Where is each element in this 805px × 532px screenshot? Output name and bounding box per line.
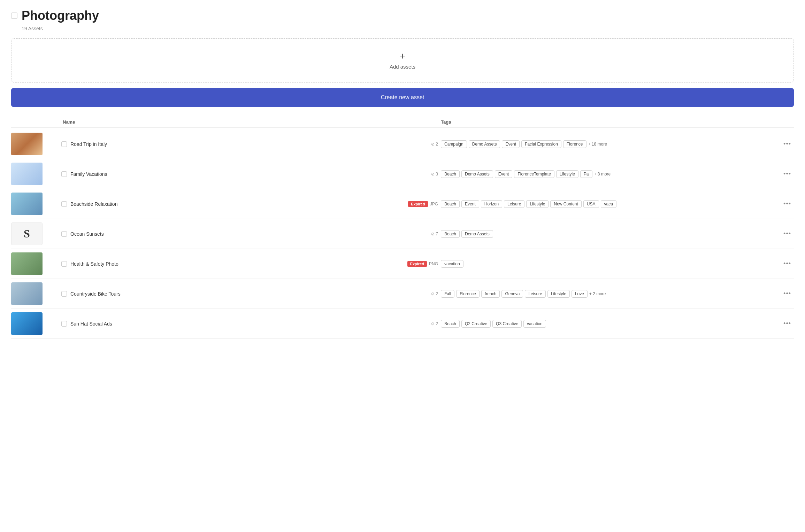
tag: Lifestyle [547,290,570,298]
tag: FlorenceTemplate [514,170,554,178]
more-tags[interactable]: + 2 more [589,291,606,296]
row-actions: ••• [780,199,794,209]
tag: Pa [580,170,592,178]
table-header: Name Tags [11,117,794,128]
link-icon: ⊘ [431,172,435,177]
asset-name: Family Vacations [70,171,107,177]
tags-cell: BeachQ2 CreativeQ3 Creativevacation [441,320,780,328]
row-meta-cell: ⊘2 [399,321,441,326]
select-all-checkbox[interactable] [11,13,17,19]
asset-name: Sun Hat Social Ads [70,321,112,327]
row-checkbox[interactable] [61,321,67,327]
row-menu-button[interactable]: ••• [781,199,794,209]
row-name-cell: Beachside Relaxation [60,201,399,207]
row-menu-button[interactable]: ••• [781,289,794,299]
row-actions: ••• [780,259,794,269]
tag: Beach [441,230,460,238]
asset-name: Health & Safety Photo [70,261,118,267]
upload-area[interactable]: + Add assets [11,38,794,83]
tag: Event [461,200,479,208]
table-row: Countryside Bike Tours ⊘2FallFlorencefre… [11,279,794,309]
row-name-cell: Sun Hat Social Ads [60,321,399,327]
row-menu-button[interactable]: ••• [781,139,794,149]
link-count: ⊘2 [431,291,438,296]
col-tags-header: Tags [441,119,780,125]
link-count: ⊘7 [431,232,438,236]
row-checkbox[interactable] [61,171,67,177]
row-name-cell: Road Trip in Italy [60,141,399,147]
expired-badge: Expired [408,201,428,207]
upload-label: Add assets [390,64,415,70]
row-name-cell: Countryside Bike Tours [60,291,399,297]
tag: french [481,290,500,298]
tag: Florence [456,290,480,298]
tag: Facial Expression [521,140,561,148]
row-actions: ••• [780,139,794,149]
more-tags[interactable]: + 8 more [594,172,611,177]
row-actions: ••• [780,289,794,299]
expired-badge: Expired [407,261,427,267]
tags-cell: FallFlorencefrenchGenevaLeisureLifestyle… [441,290,780,298]
row-name-cell: Health & Safety Photo [60,261,399,267]
tags-cell: BeachDemo AssetsEventFlorenceTemplateLif… [441,170,780,178]
tag: Love [572,290,588,298]
format-badge: PNG [429,261,438,266]
row-checkbox[interactable] [61,141,67,147]
tag: vacation [523,320,546,328]
row-menu-button[interactable]: ••• [781,259,794,269]
tag: Leisure [504,200,524,208]
tag: Lifestyle [526,200,549,208]
tag: Q3 Creative [492,320,522,328]
row-menu-button[interactable]: ••• [781,229,794,239]
upload-plus-icon: + [400,51,405,61]
tags-cell: BeachEventHorizonLeisureLifestyleNew Con… [441,200,780,208]
tag: Beach [441,200,460,208]
row-checkbox[interactable] [61,201,67,207]
link-count: ⊘2 [431,142,438,147]
table-row: Sun Hat Social Ads ⊘2BeachQ2 CreativeQ3 … [11,309,794,339]
tag: Beach [441,320,460,328]
col-name-header: Name [60,119,399,125]
row-checkbox[interactable] [61,291,67,297]
table-row: Health & Safety Photo ExpiredPNGvacation… [11,249,794,279]
tags-cell: BeachDemo Assets [441,230,780,238]
link-icon: ⊘ [431,291,435,296]
row-menu-button[interactable]: ••• [781,319,794,329]
row-meta-cell: ⊘7 [399,232,441,236]
assets-table: Road Trip in Italy ⊘2CampaignDemo Assets… [11,129,794,339]
row-meta-cell: ⊘2 [399,291,441,296]
tag: Event [495,170,513,178]
row-checkbox[interactable] [61,231,67,237]
link-count: ⊘3 [431,172,438,177]
tag: Demo Assets [461,230,493,238]
row-meta-cell: ⊘3 [399,172,441,177]
asset-name: Beachside Relaxation [70,201,117,207]
row-meta-cell: ⊘2 [399,142,441,147]
table-row: S Ocean Sunsets ⊘7BeachDemo Assets••• [11,219,794,249]
row-name-cell: Family Vacations [60,171,399,177]
row-checkbox[interactable] [61,261,67,267]
tag: vaca [601,200,616,208]
asset-name: Countryside Bike Tours [70,291,121,297]
row-actions: ••• [780,169,794,179]
tag: Event [502,140,520,148]
row-meta-cell: ExpiredJPG [399,201,441,207]
tag: Campaign [441,140,467,148]
create-new-asset-button[interactable]: Create new asset [11,88,794,107]
link-count: ⊘2 [431,321,438,326]
asset-name: Road Trip in Italy [70,141,107,147]
tag: New Content [550,200,581,208]
tag: Fall [441,290,454,298]
tag: Lifestyle [556,170,578,178]
row-menu-button[interactable]: ••• [781,169,794,179]
asset-count: 19 Assets [22,26,794,31]
tags-cell: vacation [441,260,780,268]
table-row: Family Vacations ⊘3BeachDemo AssetsEvent… [11,159,794,189]
tag: vacation [441,260,463,268]
tags-cell: CampaignDemo AssetsEventFacial Expressio… [441,140,780,148]
link-icon: ⊘ [431,232,435,236]
tag: Demo Assets [469,140,500,148]
link-icon: ⊘ [431,321,435,326]
more-tags[interactable]: + 18 more [588,142,607,147]
tag: Q2 Creative [461,320,491,328]
